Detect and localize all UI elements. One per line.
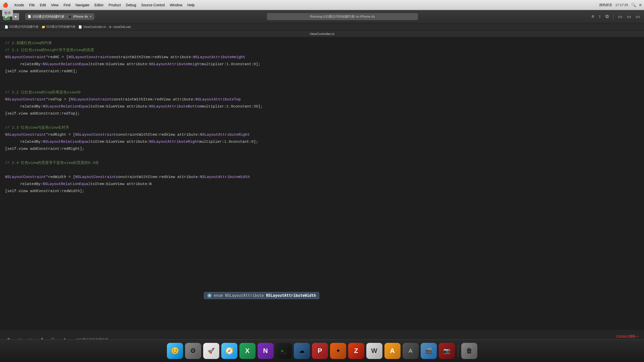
assistant-icon[interactable]: ⧉ — [604, 13, 610, 20]
autocomplete-text: enum NSLayoutAttribute NSLayoutAttribute… — [214, 293, 316, 298]
stop-button[interactable]: ■ — [12, 13, 19, 20]
dock-onenote[interactable]: N — [258, 343, 274, 359]
autocomplete-popup: N enum NSLayoutAttribute NSLayoutAttribu… — [204, 292, 319, 299]
dock-safari[interactable]: 🧭 — [221, 343, 237, 359]
dock-app2[interactable]: P — [312, 343, 328, 359]
run-status-box: Running 010通过代码创建约束 on iPhone 4s — [267, 13, 418, 20]
dock-finder[interactable]: 😊 — [167, 343, 183, 359]
code-line-4: relatedBy: NSLayoutRelationEqual toItem:… — [0, 61, 644, 68]
filepath-item-2[interactable]: 📄 ViewController.m — [78, 25, 106, 29]
debug-toggle[interactable]: ▭ — [626, 13, 632, 20]
menu-window[interactable]: Window — [167, 3, 185, 8]
code-line-12: relatedBy: NSLayoutRelationEqual toItem:… — [0, 138, 644, 146]
menu-xcode[interactable]: Xcode — [12, 3, 27, 8]
filezilla-icon: Z — [354, 347, 358, 355]
pause-badge: 暂停 — [2, 10, 13, 17]
menu-edit[interactable]: Edit — [37, 3, 48, 8]
code-line-3: NSLayoutConstraint *redHC = [ NSLayoutCo… — [0, 54, 644, 61]
dock-app3[interactable]: ✦ — [330, 343, 346, 359]
app8-icon: 📷 — [443, 348, 450, 354]
project-device-selector[interactable]: 📄 010通过代码创建约束 › 📱 iPhone 4s ▼ — [25, 13, 94, 20]
menu-find[interactable]: Find — [61, 3, 73, 8]
filepath-label-0: 010通过代码创建约束 — [9, 25, 39, 29]
app6-icon: A — [409, 348, 412, 354]
menu-source-control[interactable]: Source Control — [139, 3, 167, 8]
dock: 😊 ⚙ 🚀 🧭 X N >_ ☁ P ✦ Z W A A 🎬 📷 — [0, 339, 644, 362]
code-line-2: // 2.1 让红色view的height等于蓝色view的高度 — [0, 47, 644, 54]
list-icon[interactable]: ≡ — [639, 3, 641, 7]
dock-filezilla[interactable]: Z — [348, 343, 364, 359]
code-line-14: // 2.4 红色view的宽度等于蓝色view的宽度的0.5倍 — [0, 160, 644, 167]
filepath-label-3: -viewDidLoad — [113, 25, 131, 29]
toolbar-right-buttons: ≡ ↕ ⧉ ▭ ▭ ▭ — [590, 13, 641, 20]
filepath-item-1[interactable]: 📁 010通过代码创建约束 — [42, 25, 76, 29]
settings-icon: ⚙ — [190, 347, 196, 355]
dock-trash[interactable]: 🗑 — [461, 343, 477, 359]
apple-menu[interactable]: 🍎 — [3, 2, 8, 8]
dock-launchpad[interactable]: 🚀 — [203, 343, 219, 359]
safari-icon: 🧭 — [225, 347, 233, 355]
menu-help[interactable]: Help — [185, 3, 197, 8]
watermark-label: CSDN@清风~~ — [616, 334, 639, 339]
editor-layout-icon[interactable]: ≡ — [590, 13, 595, 20]
autocomplete-type-icon: N — [207, 293, 212, 298]
code-editor[interactable]: // 2.创建红色view的约束 // 2.1 让红色view的height等于… — [0, 37, 644, 329]
nav-back-icon[interactable]: ‹ — [3, 25, 4, 29]
dock-settings[interactable]: ⚙ — [185, 343, 201, 359]
dock-terminal[interactable]: >_ — [276, 343, 292, 359]
filepath-arrow-2: › — [107, 25, 108, 28]
dock-app8[interactable]: 📷 — [439, 343, 455, 359]
menu-product[interactable]: Product — [106, 3, 123, 8]
app5-icon: A — [390, 347, 395, 355]
search-icon[interactable]: 🔍 — [631, 3, 636, 7]
code-line-15: NSLayoutConstraint *redWidth = [ NSLayou… — [0, 174, 644, 181]
dock-excel[interactable]: X — [239, 343, 256, 359]
menu-navigate[interactable]: Navigate — [73, 3, 92, 8]
code-line-6: // 2.2 让红色view的top距离蓝色view30 — [0, 89, 644, 96]
dock-app4[interactable]: W — [366, 343, 382, 359]
menu-right-section: 搜狗拼音 17:17:25 🔍 ≡ — [599, 3, 641, 7]
menu-view[interactable]: View — [48, 3, 61, 8]
menu-editor[interactable]: Editor — [92, 3, 106, 8]
code-line-17: [self.view addConstraint:redWidth]; — [0, 188, 644, 195]
code-line-13: [self.view addConstraint:redRight]; — [0, 146, 644, 153]
input-method-label: 搜狗拼音 — [599, 3, 612, 7]
finder-icon: 😊 — [171, 347, 179, 355]
app3-icon: ✦ — [336, 348, 340, 354]
dock-app5[interactable]: A — [384, 343, 401, 359]
code-line-10: // 2.3 红色view与蓝色view右对齐 — [0, 124, 644, 131]
folder-icon-1: 📁 — [42, 25, 45, 29]
menu-debug[interactable]: Debug — [123, 3, 139, 8]
code-line-8: relatedBy: NSLayoutRelationEqual toItem:… — [0, 103, 644, 110]
app2-icon: P — [318, 347, 322, 355]
trash-icon: 🗑 — [466, 347, 473, 355]
code-line-empty-3 — [0, 117, 644, 124]
dock-app7[interactable]: 🎬 — [421, 343, 437, 359]
utilities-toggle[interactable]: ▭ — [635, 13, 641, 20]
filepath-item-3[interactable]: ⊕ -viewDidLoad — [109, 25, 131, 29]
app1-icon: ☁ — [299, 348, 305, 354]
run-status-label: Running 010通过代码创建约束 on iPhone 4s — [310, 15, 375, 18]
method-icon-3: ⊕ — [109, 25, 112, 29]
launchpad-icon: 🚀 — [208, 348, 214, 354]
terminal-icon: >_ — [281, 348, 287, 353]
filepath-bar: ‹ 📄 010通过代码创建约束 › 📁 010通过代码创建约束 › 📄 View… — [0, 23, 644, 31]
dock-app1[interactable]: ☁ — [294, 343, 310, 359]
run-info-section: Running 010通过代码创建约束 on iPhone 4s — [96, 13, 589, 20]
file-title: ViewController.m — [310, 32, 334, 36]
code-line-empty-1 — [0, 75, 644, 82]
menubar: 🍎 Xcode File Edit View Find Navigate Edi… — [0, 0, 644, 10]
navigator-toggle[interactable]: ▭ — [617, 13, 623, 20]
filepath-label-2: ViewController.m — [83, 25, 106, 29]
code-line-empty-6 — [0, 195, 644, 202]
excel-icon: X — [245, 347, 249, 355]
menu-file[interactable]: File — [27, 3, 38, 8]
dock-app6[interactable]: A — [403, 343, 419, 359]
filepath-item-0[interactable]: 📄 010通过代码创建约束 — [5, 25, 39, 29]
code-line-5: [self.view addConstraint:redHC]; — [0, 68, 644, 75]
file-icon-0: 📄 — [5, 25, 8, 29]
jump-bar-icon[interactable]: ↕ — [598, 13, 602, 20]
code-line-1: // 2.创建红色view的约束 — [0, 40, 644, 47]
comment-1: // 2.创建红色view的约束 — [5, 40, 52, 47]
app7-icon: 🎬 — [425, 348, 432, 354]
